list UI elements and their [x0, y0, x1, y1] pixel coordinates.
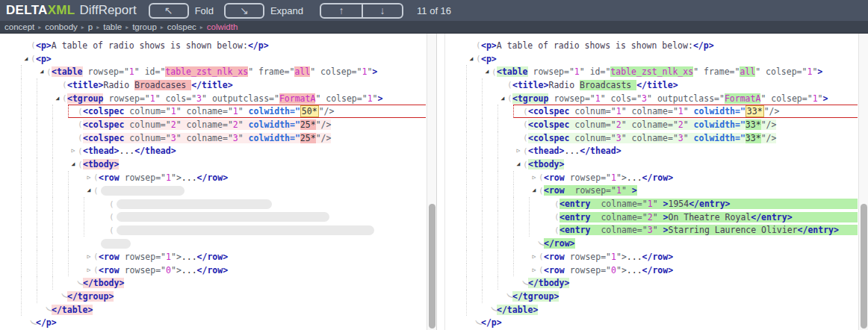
fold-handle-icon[interactable]: (: [62, 80, 67, 90]
fold-handle-icon[interactable]: (: [523, 107, 528, 116]
fold-handle-icon[interactable]: (: [78, 160, 83, 169]
code-token: </entry>: [798, 225, 839, 235]
code-token: <table: [497, 66, 528, 77]
expanded-node-icon[interactable]: ◢: [22, 56, 31, 62]
left-pane-scrollbar[interactable]: [427, 34, 436, 330]
code-token: " colname=": [176, 106, 233, 116]
code-token: table_zst_nlk_xs: [610, 66, 693, 77]
indent-guide: [482, 158, 497, 171]
indent-guide: [513, 264, 529, 277]
fold-handle-icon[interactable]: (: [507, 93, 512, 103]
code-token: " colname=": [176, 119, 233, 130]
collapsed-node-icon[interactable]: ▷: [530, 254, 539, 260]
code-line: ◢(<p>: [21, 52, 426, 66]
expanded-node-icon[interactable]: ◢: [530, 187, 539, 193]
right-pane-scrollbar[interactable]: [858, 34, 868, 330]
fold-handle-icon[interactable]: (: [93, 265, 99, 275]
fold-handle-icon[interactable]: (: [78, 107, 83, 116]
fold-handle-icon[interactable]: (: [539, 265, 544, 275]
line-content: (<title>Radio Broadcasts </title>: [497, 78, 858, 92]
indent-guide: [68, 184, 84, 198]
fold-handle-icon[interactable]: (: [539, 252, 544, 261]
fold-handle-icon[interactable]: (: [539, 186, 544, 196]
code-token: 33*: [745, 119, 761, 130]
indent-guide: [529, 197, 545, 211]
app-title: DiffReport: [79, 3, 136, 18]
expanded-node-icon[interactable]: ◢: [69, 161, 78, 167]
code-text: <row rowsep="1" >: [544, 185, 637, 196]
fold-handle-icon[interactable]: (: [93, 172, 99, 182]
expanded-node-icon[interactable]: ◢: [483, 69, 492, 75]
fold-handle-icon[interactable]: (: [523, 146, 528, 156]
fold-handle-icon[interactable]: (: [31, 54, 36, 63]
fold-handle-icon[interactable]: (: [523, 160, 528, 169]
collapsed-node-icon[interactable]: ▷: [69, 148, 78, 154]
collapsed-node-icon[interactable]: ▷: [84, 267, 93, 273]
fold-handle-icon[interactable]: (: [62, 93, 67, 103]
breadcrumb-item[interactable]: table: [103, 22, 122, 31]
collapsed-node-icon[interactable]: ▷: [514, 148, 523, 154]
fold-handle-icon[interactable]: (: [523, 119, 528, 129]
fold-handle-icon[interactable]: (: [78, 146, 83, 156]
right-scrollbar-thumb[interactable]: [861, 204, 867, 329]
fold-handle-icon[interactable]: (: [93, 252, 99, 261]
code-token: 1: [166, 172, 171, 183]
collapsed-node-icon[interactable]: ▷: [530, 267, 539, 273]
indent-guide: [68, 264, 84, 277]
fold-handle-icon[interactable]: (: [109, 199, 114, 209]
fold-handle-icon[interactable]: (: [539, 172, 544, 182]
breadcrumb-item[interactable]: p: [88, 22, 93, 31]
fold-button[interactable]: ↖: [149, 3, 189, 19]
fold-handle-icon[interactable]: (: [554, 225, 559, 235]
breadcrumb-item[interactable]: conbody: [45, 22, 77, 31]
line-content: (</tgroup>: [52, 290, 426, 303]
fold-handle-icon[interactable]: (: [31, 40, 36, 50]
code-token: colname=": [591, 199, 648, 209]
fold-handle-icon[interactable]: (: [523, 133, 528, 143]
breadcrumb-item[interactable]: tgroup: [132, 22, 157, 31]
expanded-node-icon[interactable]: ◢: [84, 187, 93, 193]
fold-handle-icon[interactable]: (: [554, 212, 559, 222]
fold-handle-icon[interactable]: (: [109, 225, 114, 235]
expanded-node-icon[interactable]: ◢: [467, 56, 476, 62]
fold-handle-icon[interactable]: (: [46, 67, 52, 77]
fold-handle-icon[interactable]: (: [78, 133, 83, 143]
code-line: (: [21, 224, 426, 237]
indent-guide: [497, 264, 513, 277]
fold-handle-icon[interactable]: (: [507, 80, 512, 90]
code-line: ◢(<tgroup rowsep="1" cols="3" outputclas…: [21, 92, 426, 105]
expanded-node-icon[interactable]: ◢: [498, 96, 507, 102]
breadcrumb-item[interactable]: colspec: [167, 22, 196, 31]
indent-guide: [482, 184, 497, 198]
code-token: "/>: [319, 106, 335, 116]
expanded-node-icon[interactable]: ◢: [53, 96, 62, 102]
indent-guide: [466, 78, 482, 92]
expand-button[interactable]: ↘: [224, 3, 264, 19]
code-text: <tbody>: [528, 159, 564, 169]
line-content: ▷(<row rowsep="1">...</row>: [84, 250, 426, 264]
collapsed-node-icon[interactable]: ▷: [84, 254, 93, 260]
expanded-node-icon[interactable]: ◢: [514, 161, 523, 167]
fold-handle-icon[interactable]: (: [78, 119, 83, 129]
indent-guide: [37, 171, 52, 184]
fold-handle-icon[interactable]: (: [554, 199, 559, 209]
code-token: </entry>: [751, 212, 792, 222]
fold-handle-icon[interactable]: (: [93, 186, 99, 196]
collapsed-node-icon[interactable]: ▷: [530, 175, 539, 181]
collapsed-node-icon[interactable]: ▷: [84, 175, 93, 181]
previous-diff-button[interactable]: ↑: [321, 4, 362, 17]
top-bar: DELTAXML DiffReport ↖ Fold ↘ Expand ↑ ↓ …: [0, 0, 868, 21]
next-diff-button[interactable]: ↓: [362, 4, 402, 17]
expanded-node-icon[interactable]: ◢: [37, 69, 46, 75]
breadcrumb-current[interactable]: colwidth: [207, 22, 238, 31]
code-token: " colname=": [621, 119, 678, 130]
fold-handle-icon[interactable]: (: [492, 67, 497, 77]
code-token: 50*: [300, 105, 319, 117]
fold-handle-icon[interactable]: (: [476, 54, 481, 63]
breadcrumb-item[interactable]: concept: [4, 22, 34, 31]
left-scrollbar-thumb[interactable]: [429, 204, 435, 329]
code-token: </thead>: [134, 146, 176, 156]
fold-handle-icon[interactable]: (: [476, 40, 481, 50]
line-content: ▷(<thead>...</thead>: [68, 145, 426, 158]
fold-handle-icon[interactable]: (: [109, 212, 114, 222]
